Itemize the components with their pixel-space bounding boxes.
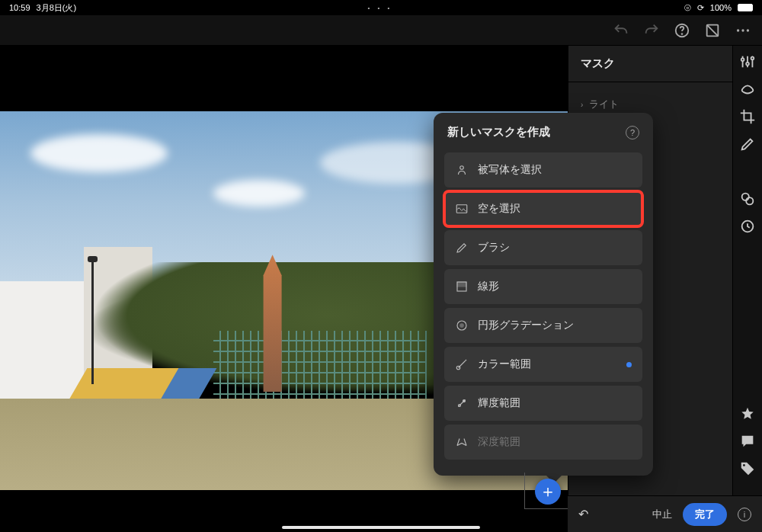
subject-icon (455, 163, 469, 177)
mask-option-label: 被写体を選択 (478, 163, 542, 177)
mask-option-label: ブラシ (478, 241, 510, 255)
crop-tool-icon[interactable] (739, 108, 756, 125)
comment-icon[interactable] (739, 433, 756, 450)
plus-icon: ＋ (539, 480, 556, 503)
color-range-icon (455, 357, 469, 371)
luminance-icon (455, 396, 469, 410)
mask-option-luminance-range[interactable]: 輝度範囲 (444, 386, 642, 421)
mask-option-sky[interactable]: 空を選択 (444, 191, 642, 226)
svg-point-1 (682, 34, 683, 34)
status-time: 10:59 (9, 3, 30, 12)
done-button[interactable]: 完了 (683, 503, 727, 526)
footer-undo-icon[interactable]: ↶ (578, 507, 588, 521)
mask-option-brush[interactable]: ブラシ (444, 230, 642, 265)
svg-line-3 (707, 24, 719, 36)
depth-icon (455, 435, 469, 449)
sky-icon (455, 202, 469, 216)
orientation-lock-icon: ⟳ (697, 3, 704, 13)
spot-heal-tool-icon[interactable] (739, 81, 756, 98)
mask-option-depth-range: 深度範囲 (444, 425, 642, 460)
brush-tool-icon[interactable] (739, 136, 756, 152)
popover-title: 新しいマスクを作成 (447, 125, 550, 139)
presets-tool-icon[interactable] (739, 191, 756, 207)
new-mask-popover: 新しいマスクを作成 ? 被写体を選択 空を選択 ブラシ 線形 円形グラデーション… (434, 113, 653, 476)
panel-footer: ↶ 中止 完了 i (568, 495, 762, 532)
new-badge-dot (626, 362, 632, 367)
linear-icon (455, 280, 469, 293)
mask-option-label: 輝度範囲 (478, 396, 520, 410)
tool-column (732, 46, 762, 532)
svg-point-16 (743, 464, 745, 466)
app-topbar (0, 15, 762, 46)
svg-point-12 (751, 57, 754, 60)
radial-icon (455, 319, 469, 332)
panel-title: マスク (568, 46, 732, 82)
svg-point-14 (746, 197, 753, 204)
chevron-right-icon: › (581, 101, 583, 109)
help-icon[interactable] (674, 22, 690, 39)
redo-icon[interactable] (643, 22, 660, 39)
more-icon[interactable] (735, 22, 751, 39)
tag-icon[interactable] (739, 460, 756, 477)
battery-icon (738, 4, 753, 11)
svg-point-4 (737, 29, 739, 31)
svg-point-13 (742, 194, 749, 200)
svg-point-6 (747, 29, 749, 31)
undo-icon[interactable] (613, 22, 629, 39)
mask-option-label: 深度範囲 (478, 435, 520, 449)
svg-point-11 (746, 62, 749, 66)
svg-point-5 (741, 29, 744, 31)
ios-statusbar: 10:59 3月8日(火) • • • ⦾ ⟳ 100% (0, 0, 762, 15)
add-mask-button[interactable]: ＋ (535, 479, 561, 505)
mask-option-radial[interactable]: 円形グラデーション (444, 308, 642, 343)
svg-point-22 (460, 324, 464, 328)
star-icon[interactable] (739, 405, 756, 422)
info-icon[interactable]: i (738, 508, 751, 521)
cancel-button[interactable]: 中止 (652, 508, 672, 521)
versions-tool-icon[interactable] (739, 218, 756, 235)
mask-option-subject[interactable]: 被写体を選択 (444, 152, 642, 187)
mask-option-linear[interactable]: 線形 (444, 269, 642, 304)
mask-option-label: 線形 (478, 280, 499, 293)
mask-option-label: カラー範囲 (478, 357, 531, 371)
popover-help-icon[interactable]: ? (626, 126, 639, 139)
svg-point-25 (463, 400, 466, 402)
status-date: 3月8日(火) (37, 2, 77, 14)
privacy-dot-icon: ⦾ (684, 3, 691, 13)
battery-percent: 100% (710, 3, 732, 12)
multitask-dots[interactable]: • • • (76, 5, 684, 11)
mask-option-color-range[interactable]: カラー範囲 (444, 347, 642, 382)
svg-point-17 (460, 166, 464, 170)
svg-point-10 (741, 58, 744, 61)
svg-rect-20 (457, 282, 466, 287)
mask-option-label: 空を選択 (478, 202, 520, 216)
panel-group-label: ライト (589, 98, 619, 111)
brush-icon (455, 241, 469, 255)
mask-option-label: 円形グラデーション (478, 319, 574, 332)
adjust-tool-icon[interactable] (739, 53, 756, 70)
ios-home-indicator[interactable] (282, 526, 480, 529)
compare-icon[interactable] (704, 22, 721, 39)
mask-tool-icon[interactable] (739, 163, 756, 180)
